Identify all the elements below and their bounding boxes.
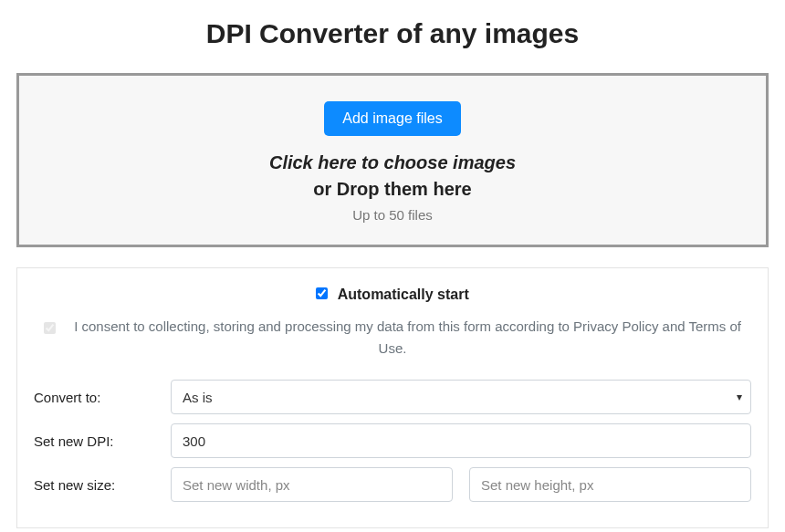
dpi-input[interactable] — [171, 423, 751, 458]
dropzone-drop-text: or Drop them here — [28, 179, 757, 200]
dropzone-choose-text: Click here to choose images — [28, 152, 757, 173]
auto-start-label: Automatically start — [338, 287, 469, 302]
consent-checkbox[interactable] — [44, 322, 56, 334]
dropzone[interactable]: Add image files Click here to choose ima… — [16, 73, 769, 247]
dpi-label: Set new DPI: — [34, 433, 171, 449]
convert-to-label: Convert to: — [34, 390, 171, 405]
width-input[interactable] — [171, 467, 453, 502]
page-title: DPI Converter of any images — [16, 18, 769, 49]
auto-start-checkbox[interactable] — [316, 287, 328, 299]
convert-to-select[interactable]: As is — [171, 380, 751, 414]
dropzone-limit-text: Up to 50 files — [28, 207, 757, 223]
height-input[interactable] — [469, 467, 751, 502]
settings-panel: Automatically start I consent to collect… — [16, 267, 769, 528]
consent-text: I consent to collecting, storing and pro… — [74, 318, 741, 356]
size-label: Set new size: — [34, 477, 171, 493]
add-image-files-button[interactable]: Add image files — [324, 101, 460, 136]
